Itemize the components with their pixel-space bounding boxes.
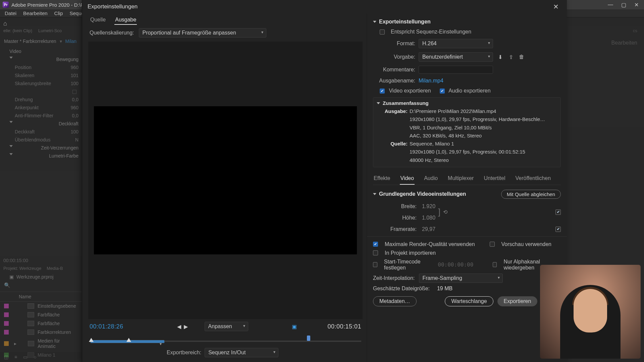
toolbar-icon[interactable]: ○ xyxy=(34,354,36,360)
framerate-match-check[interactable] xyxy=(555,227,561,232)
import-preset-icon[interactable]: ⇪ xyxy=(507,53,515,61)
fx-drehung[interactable]: Drehung xyxy=(15,97,33,102)
queue-button[interactable]: Warteschlange xyxy=(445,296,493,306)
link-wh-icon[interactable]: ⟲ xyxy=(443,209,447,215)
alpha-only-check[interactable] xyxy=(493,262,497,267)
import-project-label: In Projekt importieren xyxy=(385,250,436,256)
preset-select[interactable]: Benutzerdefiniert xyxy=(419,52,493,62)
tab-effekte[interactable]: Effekte xyxy=(373,173,391,185)
export-range-select[interactable]: Sequenz In/Out xyxy=(205,348,278,357)
interpolation-select[interactable]: Frame-Sampling xyxy=(419,274,503,283)
toolbar-icon[interactable]: ≡ xyxy=(14,354,17,360)
match-source-button[interactable]: Mit Quelle abgleichen xyxy=(501,190,561,199)
start-timecode-check[interactable] xyxy=(373,262,377,267)
preview-timecode-right: 00:00:15:01 xyxy=(327,323,361,330)
fx-skalieren[interactable]: Skalieren xyxy=(15,73,34,78)
project-item[interactable]: Farbkorrekturen xyxy=(0,328,82,337)
play-icon[interactable]: ▶ xyxy=(184,323,188,330)
framerate-value[interactable]: 29,97 xyxy=(422,226,435,232)
out-handle[interactable] xyxy=(126,338,131,342)
metadata-button[interactable]: Metadaten… xyxy=(373,296,417,306)
aspect-icon[interactable]: ▣ xyxy=(292,323,297,330)
tab-multiplexer[interactable]: Multiplexer xyxy=(447,173,474,185)
fx-lumetri[interactable]: Lumetri-Farbe xyxy=(49,153,78,159)
tab-video[interactable]: Video xyxy=(400,173,415,185)
fx-deckkraft-value[interactable]: Deckkraft xyxy=(15,129,35,134)
project-item[interactable]: Farbfläche xyxy=(0,319,82,328)
match-sequence-label: Entspricht Sequenz-Einstellungen xyxy=(391,29,471,35)
project-item[interactable]: ▸Medien für Animatic xyxy=(0,337,82,351)
chevron-down-icon[interactable] xyxy=(373,193,376,195)
tab-quelle[interactable]: Quelle xyxy=(90,15,106,25)
output-name-link[interactable]: Milan.mp4 xyxy=(419,78,443,84)
preview-timecode-left[interactable]: 00:01:28:26 xyxy=(90,323,123,330)
right-tab-cs[interactable]: cs xyxy=(633,28,637,33)
effects-panel: elle: (kein Clip) Lumetri-Sco Master * F… xyxy=(0,26,82,362)
export-audio-check[interactable] xyxy=(440,88,445,94)
expand-icon[interactable]: ▸ xyxy=(14,341,16,346)
chevron-down-icon[interactable] xyxy=(377,102,380,104)
start-timecode-value: 00:00:00:00 xyxy=(438,261,473,268)
export-video-check[interactable] xyxy=(380,88,385,94)
tab-project[interactable]: Projekt: Werkzeuge xyxy=(3,266,41,271)
clip-milan[interactable]: Milan xyxy=(65,39,76,44)
tab-mediabrowser[interactable]: Media-B xyxy=(47,266,63,271)
summary-header: Zusammenfassung xyxy=(383,100,429,106)
maximize-icon[interactable]: ▢ xyxy=(621,2,626,8)
menu-clip[interactable]: Clip xyxy=(54,10,63,16)
tab-untertitel[interactable]: Untertitel xyxy=(483,173,506,185)
tab-ausgabe[interactable]: Ausgabe xyxy=(114,15,137,25)
summary-output-path: D:\Premiere Pro\Milan 2022\Milan.mp4 xyxy=(410,108,557,115)
minimize-icon[interactable]: — xyxy=(608,2,613,8)
fit-select[interactable]: Anpassen xyxy=(205,322,248,331)
dialog-close-button[interactable]: ✕ xyxy=(550,1,561,12)
scale-select[interactable]: Proportional auf Framegröße anpassen xyxy=(139,28,266,38)
wh-match-check[interactable] xyxy=(555,209,561,215)
step-back-icon[interactable]: ◀ xyxy=(177,323,181,330)
fx-deckkraft[interactable]: Deckkraft xyxy=(59,121,78,126)
fx-skalierungsbreite[interactable]: Skalierungsbreite xyxy=(15,81,51,86)
premiere-logo-icon: Pr xyxy=(3,2,9,8)
max-render-check[interactable] xyxy=(373,242,378,247)
in-handle[interactable] xyxy=(89,338,94,342)
import-project-check[interactable] xyxy=(373,250,378,255)
menu-datei[interactable]: Datei xyxy=(5,10,16,16)
uniform-scale-check[interactable] xyxy=(72,90,76,94)
project-name: Werkzeuge.prproj xyxy=(16,274,53,280)
project-item[interactable]: Farbfläche xyxy=(0,310,82,319)
height-value[interactable]: 1.080 xyxy=(422,215,435,221)
match-sequence-check[interactable] xyxy=(380,29,385,35)
source-tab[interactable]: elle: (kein Clip) xyxy=(3,28,32,33)
toolbar-icon[interactable]: ▭ xyxy=(23,354,28,360)
fx-ankerpunkt[interactable]: Ankerpunkt xyxy=(15,105,39,110)
link-bracket-icon: ] xyxy=(435,209,443,215)
delete-preset-icon[interactable]: 🗑 xyxy=(518,53,525,61)
preview-timeline[interactable] xyxy=(90,335,361,345)
comments-input[interactable] xyxy=(419,66,493,74)
fx-antiflimmer[interactable]: Anti-Flimmer-Filter xyxy=(15,113,53,118)
tab-veroeffentlichen[interactable]: Veröffentlichen xyxy=(515,173,551,185)
search-icon[interactable]: 🔍 xyxy=(4,282,10,288)
export-button[interactable]: Exportieren xyxy=(497,296,538,306)
column-name[interactable]: Name xyxy=(0,292,82,302)
width-value[interactable]: 1.920 xyxy=(422,203,435,209)
toolbar-icon[interactable]: ◫ xyxy=(4,354,8,360)
tab-audio[interactable]: Audio xyxy=(423,173,438,185)
fx-bewegung[interactable]: Bewegung xyxy=(56,57,78,62)
use-preview-check[interactable] xyxy=(490,242,495,247)
fx-zeitverzerrungen[interactable]: Zeit-Verzerrungen xyxy=(41,145,78,150)
close-icon[interactable]: ✕ xyxy=(634,2,639,8)
settings-pane: Exporteinstellungen Entspricht Sequenz-E… xyxy=(367,13,567,362)
chevron-down-icon[interactable] xyxy=(373,21,376,23)
project-item[interactable]: Einstellungsebene xyxy=(0,302,82,310)
save-preset-icon[interactable]: ⬇ xyxy=(496,53,504,61)
fx-position[interactable]: Position xyxy=(15,65,32,70)
preview-pane: Quelle Ausgabe Quellenskalierung: Propor… xyxy=(82,13,367,362)
lumetri-tab[interactable]: Lumetri-Sco xyxy=(38,28,62,33)
master-clip[interactable]: Master * Farbkorrekturen xyxy=(4,39,56,44)
fx-blendmode[interactable]: Überblendmodus xyxy=(15,137,51,142)
format-select[interactable]: H.264 xyxy=(419,39,493,48)
menu-bearbeiten[interactable]: Bearbeiten xyxy=(23,10,48,16)
playhead[interactable] xyxy=(307,336,310,341)
right-tab-edit[interactable]: Bearbeiten xyxy=(611,40,637,46)
